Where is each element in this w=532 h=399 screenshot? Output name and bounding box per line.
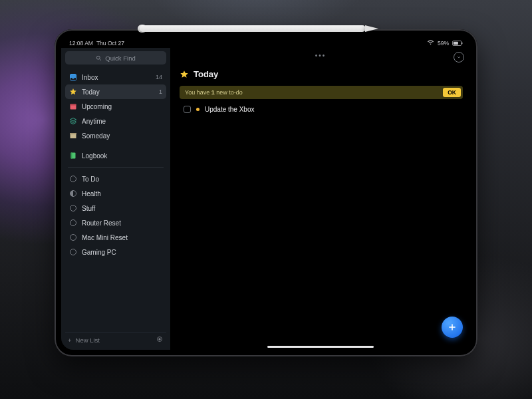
svg-point-13 bbox=[159, 338, 161, 340]
new-todo-banner: You have 1 new to-do OK bbox=[180, 86, 463, 99]
svg-point-3 bbox=[97, 56, 100, 59]
settings-icon[interactable] bbox=[156, 335, 164, 344]
sidebar-item-inbox[interactable]: Inbox 14 bbox=[65, 70, 166, 84]
sidebar: Quick Find Inbox 14 Today 1 Upcoming Any… bbox=[61, 48, 170, 350]
sidebar-item-label: Gaming PC bbox=[82, 249, 162, 256]
sidebar-item-today[interactable]: Today 1 bbox=[65, 84, 166, 99]
battery-icon bbox=[452, 41, 463, 46]
layers-icon bbox=[69, 117, 77, 125]
home-indicator[interactable] bbox=[267, 346, 374, 348]
svg-rect-2 bbox=[462, 43, 462, 45]
sidebar-item-label: Router Reset bbox=[82, 219, 162, 227]
quick-find-placeholder: Quick Find bbox=[105, 55, 135, 62]
status-date: Thu Oct 27 bbox=[96, 40, 124, 47]
quick-find-input[interactable]: Quick Find bbox=[65, 51, 166, 65]
sidebar-list-health[interactable]: Health bbox=[65, 186, 166, 201]
sidebar-item-label: Someday bbox=[82, 132, 162, 140]
svg-rect-9 bbox=[70, 133, 76, 134]
sidebar-list-mac-mini-reset[interactable]: Mac Mini Reset bbox=[65, 230, 166, 245]
todo-item[interactable]: Update the Xbox bbox=[180, 106, 463, 113]
status-battery-percent: 59% bbox=[438, 40, 449, 47]
sidebar-list-todo[interactable]: To Do bbox=[65, 172, 166, 186]
sidebar-item-label: Upcoming bbox=[82, 103, 162, 110]
svg-rect-1 bbox=[454, 42, 458, 45]
plus-icon bbox=[448, 323, 457, 332]
sidebar-item-count: 1 bbox=[159, 88, 162, 95]
circle-icon bbox=[69, 248, 77, 256]
sidebar-item-label: Logbook bbox=[82, 152, 162, 160]
checkbox[interactable] bbox=[184, 106, 191, 113]
svg-rect-8 bbox=[70, 134, 76, 139]
wifi-icon bbox=[427, 40, 434, 47]
circle-icon bbox=[69, 233, 77, 241]
sidebar-list-stuff[interactable]: Stuff bbox=[65, 201, 166, 215]
apple-pencil bbox=[140, 24, 392, 33]
search-icon bbox=[96, 55, 102, 61]
today-indicator-icon bbox=[196, 108, 200, 111]
page-title-text: Today bbox=[194, 69, 218, 79]
calendar-icon bbox=[69, 102, 77, 110]
sidebar-divider bbox=[68, 167, 164, 168]
window-dots-icon[interactable]: ••• bbox=[315, 52, 327, 59]
page-title: Today bbox=[180, 69, 463, 79]
chevron-down-icon bbox=[456, 55, 462, 60]
tray-icon bbox=[69, 73, 77, 81]
sidebar-item-label: Today bbox=[82, 88, 154, 96]
main-content: ••• Today You have 1 new to-do OK Update… bbox=[170, 48, 471, 350]
new-list-label: New List bbox=[76, 336, 100, 344]
svg-rect-11 bbox=[71, 153, 72, 159]
ipad-frame: 12:08 AM Thu Oct 27 59% Quick Find Inbox… bbox=[55, 29, 477, 356]
star-icon bbox=[69, 88, 77, 96]
svg-rect-7 bbox=[70, 104, 76, 106]
archive-icon bbox=[69, 132, 77, 140]
sidebar-item-count: 14 bbox=[156, 74, 162, 80]
status-bar: 12:08 AM Thu Oct 27 59% bbox=[61, 36, 471, 48]
star-icon bbox=[180, 70, 189, 79]
svg-line-4 bbox=[100, 59, 101, 60]
add-todo-button[interactable] bbox=[442, 317, 463, 338]
plus-icon: + bbox=[68, 336, 72, 344]
circle-icon bbox=[69, 204, 77, 212]
circle-icon bbox=[69, 175, 77, 183]
sidebar-item-label: Health bbox=[82, 190, 162, 198]
book-icon bbox=[69, 152, 77, 160]
circle-half-icon bbox=[69, 190, 77, 198]
todo-title: Update the Xbox bbox=[205, 106, 255, 113]
sidebar-item-label: Stuff bbox=[82, 205, 162, 212]
sidebar-list-router-reset[interactable]: Router Reset bbox=[65, 215, 166, 230]
status-time: 12:08 AM bbox=[69, 40, 93, 47]
banner-ok-button[interactable]: OK bbox=[443, 88, 461, 97]
sidebar-item-label: To Do bbox=[82, 176, 162, 183]
new-list-button[interactable]: + New List bbox=[68, 336, 100, 344]
more-options-button[interactable] bbox=[454, 52, 464, 63]
sidebar-item-label: Anytime bbox=[82, 118, 162, 125]
circle-icon bbox=[69, 219, 77, 227]
sidebar-item-someday[interactable]: Someday bbox=[65, 128, 166, 143]
sidebar-item-logbook[interactable]: Logbook bbox=[65, 148, 166, 163]
sidebar-item-upcoming[interactable]: Upcoming bbox=[65, 99, 166, 114]
sidebar-list-gaming-pc[interactable]: Gaming PC bbox=[65, 245, 166, 259]
banner-text: You have 1 new to-do bbox=[185, 89, 443, 96]
sidebar-item-label: Mac Mini Reset bbox=[82, 234, 162, 241]
sidebar-item-label: Inbox bbox=[82, 74, 151, 81]
sidebar-item-anytime[interactable]: Anytime bbox=[65, 114, 166, 128]
